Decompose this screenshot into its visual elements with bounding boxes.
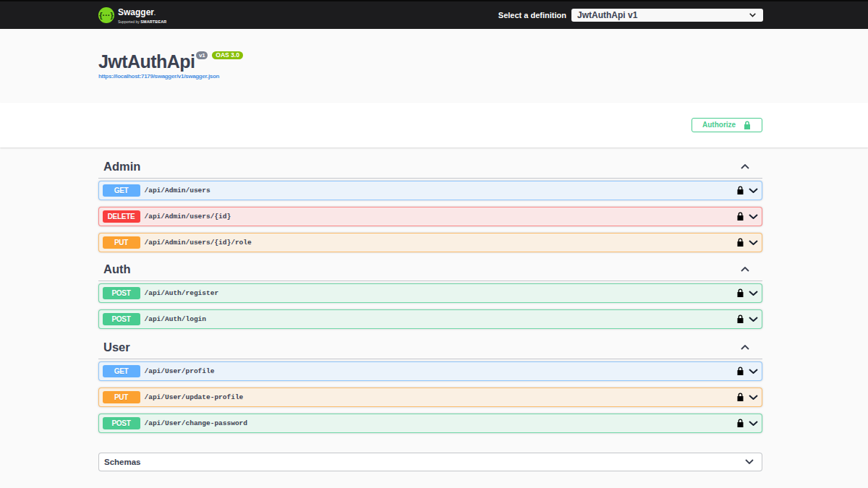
- svg-text:{···}: {···}: [99, 11, 114, 20]
